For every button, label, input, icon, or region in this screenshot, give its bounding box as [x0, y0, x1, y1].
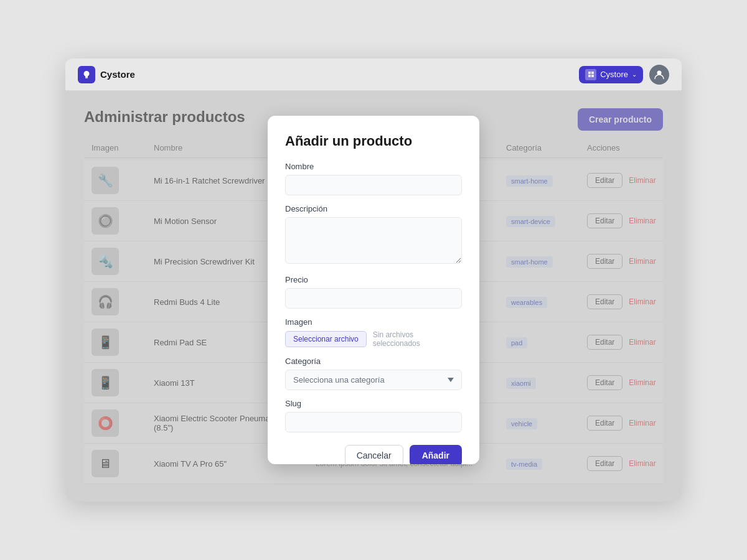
store-selector[interactable]: Cystore ⌄ — [579, 66, 643, 83]
modal-title: Añadir un producto — [285, 133, 462, 149]
form-group-price: Precio — [285, 275, 462, 309]
label-slug: Slug — [285, 399, 462, 408]
file-select-button[interactable]: Seleccionar archivo — [285, 331, 367, 347]
logo-icon — [78, 66, 95, 83]
form-group-desc: Descripción — [285, 204, 462, 266]
file-no-selected-label: Sin archivos seleccionados — [373, 330, 462, 348]
form-group-category: Categoría Selecciona una categoría smart… — [285, 357, 462, 390]
add-button[interactable]: Añadir — [410, 445, 462, 464]
form-group-slug: Slug — [285, 399, 462, 432]
cancel-button[interactable]: Cancelar — [345, 445, 403, 464]
modal-actions: Cancelar Añadir — [285, 445, 462, 464]
svg-rect-1 — [591, 72, 594, 74]
header-right: Cystore ⌄ — [579, 65, 669, 85]
main-content: Administrar productos Crear producto Ima… — [65, 91, 682, 502]
header: Cystore Cystore ⌄ — [65, 58, 682, 91]
label-name: Nombre — [285, 162, 462, 171]
store-icon — [585, 69, 596, 80]
user-avatar[interactable] — [649, 65, 669, 85]
store-name: Cystore — [600, 70, 628, 79]
add-product-modal: Añadir un producto Nombre Descripción Pr… — [268, 116, 479, 464]
form-group-image: Imagen Seleccionar archivo Sin archivos … — [285, 317, 462, 348]
input-name[interactable] — [285, 175, 462, 195]
brand-name: Cystore — [100, 69, 135, 80]
input-slug[interactable] — [285, 412, 462, 432]
svg-rect-2 — [588, 75, 591, 77]
select-category[interactable]: Selecciona una categoría smart-homesmart… — [285, 370, 462, 390]
label-category: Categoría — [285, 357, 462, 366]
modal-overlay: Añadir un producto Nombre Descripción Pr… — [65, 91, 682, 502]
input-price[interactable] — [285, 288, 462, 309]
label-desc: Descripción — [285, 204, 462, 213]
file-upload-row: Seleccionar archivo Sin archivos selecci… — [285, 330, 462, 348]
svg-rect-3 — [591, 75, 594, 77]
input-desc[interactable] — [285, 217, 462, 264]
header-left: Cystore — [78, 66, 135, 83]
chevron-down-icon: ⌄ — [632, 71, 637, 78]
label-price: Precio — [285, 275, 462, 284]
label-image: Imagen — [285, 317, 462, 327]
select-wrapper: Selecciona una categoría smart-homesmart… — [285, 370, 462, 390]
form-group-name: Nombre — [285, 162, 462, 195]
app-window: Cystore Cystore ⌄ — [65, 58, 682, 502]
svg-rect-0 — [588, 72, 591, 74]
